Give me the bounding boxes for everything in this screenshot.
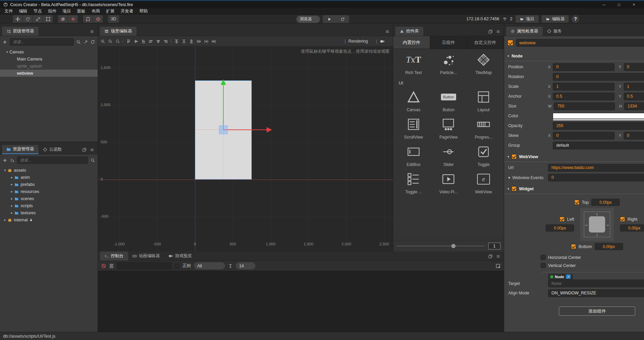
panel-float-icon[interactable] [488,29,493,34]
hierarchy-node-sprite_splash[interactable]: sprite_splash [0,63,98,70]
panel-menu-icon[interactable] [496,254,500,259]
widget-left-value[interactable]: 0.00px [546,224,574,232]
maximize-button[interactable]: □ [612,1,626,8]
menu-item[interactable]: 布局 [89,8,103,15]
anchor-x-input[interactable] [553,93,615,100]
widget-top-value[interactable]: 0.00px [591,199,620,206]
align-right-icon[interactable] [164,39,168,44]
library-item-video-pl[interactable]: Video Pl... [431,172,466,194]
preview-target-dropdown[interactable]: 浏览器 [296,16,320,23]
dist-left-icon[interactable] [197,39,201,44]
panel-menu-icon[interactable] [90,148,94,152]
library-item-progres[interactable]: Progres... [466,117,501,140]
panel-menu-icon[interactable] [385,29,390,34]
menu-item[interactable]: 面板 [74,8,89,15]
zoom-in-icon[interactable] [101,39,105,44]
tab-cloud-functions[interactable]: 云函数 [39,145,67,154]
size-w-input[interactable] [554,102,615,110]
library-item-tiledmap[interactable]: TiledMap [466,52,501,75]
external-link-icon[interactable]: ↗ [566,274,571,279]
refresh-button[interactable] [336,15,349,23]
menu-item[interactable]: 开发者 [118,8,137,15]
widget-right-checkbox[interactable]: Right [620,217,637,222]
hierarchy-node-main-camera[interactable]: Main Camera [0,55,98,63]
rect-tool-button[interactable] [43,15,53,23]
widget-bottom-checkbox[interactable]: Bottom [571,244,592,249]
webview-enabled-checkbox[interactable] [512,154,517,159]
webview-section-header[interactable]: ▾ WebView [504,152,644,162]
toggle-3d-button[interactable]: 3D [108,15,119,23]
tab-console[interactable]: 控制台 [100,251,128,261]
align-left-icon[interactable] [149,39,153,44]
refresh-icon[interactable] [91,40,95,44]
webview-events-input[interactable] [548,174,644,181]
library-item-layout[interactable]: Layout [466,90,501,112]
asset-node-scenes[interactable]: ▸scenes [0,195,98,202]
widget-right-value[interactable]: 0.00px [620,224,644,232]
panel-float-icon[interactable] [488,254,493,259]
collapse-arrow-icon[interactable]: ▾ [507,187,509,191]
library-item-editbox[interactable]: EditBox [396,144,431,167]
tab-hierarchy[interactable]: 层级管理器 [2,27,39,36]
position-x-input[interactable] [553,63,615,71]
node-name-input[interactable] [516,39,644,47]
gizmo-y-arrow[interactable] [223,84,224,130]
asset-node-assets[interactable]: ▾assets [0,167,98,174]
rotate-tool-button[interactable] [23,15,32,23]
expand-arrow-icon[interactable]: ▾ [3,168,7,172]
search-icon[interactable] [76,40,81,44]
group-dropdown[interactable]: default [553,142,644,149]
gizmo-center-handle[interactable] [219,125,228,134]
size-h-input[interactable] [624,102,644,110]
library-tab-1[interactable]: 内置控件 [393,36,430,49]
color-swatch[interactable] [553,113,644,119]
hierarchy-node-webview[interactable]: webview [0,70,98,77]
help-button[interactable]: ? [572,15,579,23]
globe-button[interactable] [93,15,103,23]
expand-arrow-icon[interactable]: ▾ [5,50,9,54]
hierarchy-node-canvas[interactable]: ▾Canvas [0,48,98,55]
expand-arrow-icon[interactable]: ▸ [9,190,14,193]
collapse-arrow-icon[interactable]: ▾ [507,54,509,58]
scale-y-input[interactable] [624,83,644,91]
sort-icon[interactable] [10,158,14,163]
tab-scene[interactable]: 场景编辑器 [100,27,137,36]
icon-size-slider[interactable] [397,246,485,246]
dist-right-icon[interactable] [212,39,216,44]
scale-x-input[interactable] [553,83,615,91]
library-tab-3[interactable]: 自定义控件 [467,36,504,49]
dist-middle-icon[interactable] [182,39,186,44]
opacity-input[interactable] [553,122,644,130]
widget-bottom-value[interactable]: 0.00px [595,243,623,250]
dist-top-icon[interactable] [174,39,179,44]
play-button[interactable] [323,15,336,23]
menu-item[interactable]: 项目 [59,8,74,15]
library-item-webview[interactable]: eWebView [466,172,501,194]
library-item-slider[interactable]: Slider [431,144,466,167]
align-bottom-icon[interactable] [141,39,146,44]
vertical-center-checkbox[interactable]: Vertical Center [541,263,644,268]
library-tab-2[interactable]: 云组件 [430,36,467,49]
widget-section-header[interactable]: ▾ Widget [504,184,644,194]
rotation-input[interactable] [553,73,644,81]
collapse-arrow-icon[interactable]: ▾ [508,175,510,180]
menu-item[interactable]: 组件 [45,8,59,15]
expand-arrow-icon[interactable]: ▸ [9,204,14,208]
create-node-button[interactable] [3,40,7,44]
skew-x-input[interactable] [553,132,615,140]
target-value-field[interactable]: None [548,280,644,287]
assets-search-input[interactable] [17,156,88,164]
library-item-rich-text[interactable]: TxTRich Text [396,52,431,75]
webview-url-input[interactable] [548,164,644,172]
collapse-arrow-icon[interactable]: ▾ [507,155,509,159]
add-component-button[interactable]: 添加组件 [559,307,635,316]
widget-top-checkbox[interactable]: Top [574,200,589,205]
console-filter-input[interactable] [117,262,172,269]
locate-icon[interactable] [83,40,88,44]
open-log-icon[interactable] [109,264,114,268]
hierarchy-search-input[interactable] [10,38,74,46]
rendering-dropdown[interactable]: Rendering [348,39,368,44]
library-item-toggle[interactable]: Toggle [466,144,501,167]
expand-arrow-icon[interactable]: ▸ [9,197,14,200]
tab-game-preview[interactable]: 游戏预览 [164,251,196,261]
